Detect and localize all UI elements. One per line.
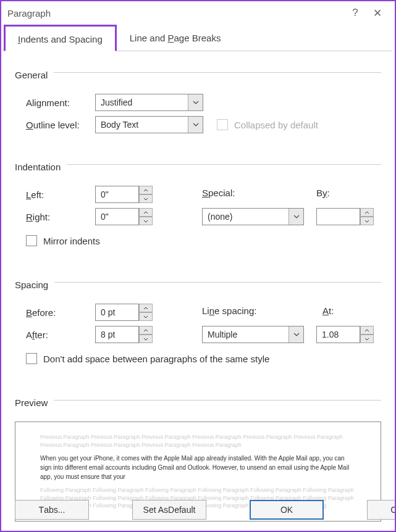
tabs-button[interactable]: Tabs...	[15, 500, 89, 520]
left-label: Left:	[26, 189, 95, 200]
line-spacing-combo[interactable]: Multiple	[202, 326, 304, 343]
mirror-label: Mirror indents	[43, 236, 100, 246]
help-button[interactable]: ?	[344, 7, 366, 19]
after-label: After:	[26, 330, 95, 340]
outline-combo[interactable]: Body Text	[95, 116, 203, 133]
tab-line-page-breaks[interactable]: Line and Page Breaks	[117, 25, 234, 51]
dont-add-label: Don't add space between paragraphs of th…	[43, 354, 269, 364]
chevron-down-icon[interactable]	[188, 94, 203, 110]
titlebar: Paragraph ? ✕	[1, 1, 395, 25]
right-spinner[interactable]: 0"	[95, 208, 153, 225]
spinner-down-icon[interactable]	[139, 335, 153, 343]
preview-ghost-before: Previous Paragraph Previous Paragraph Pr…	[40, 433, 356, 449]
button-row: Tabs... Set As Default OK Cancel	[1, 494, 395, 526]
close-button[interactable]: ✕	[366, 7, 389, 20]
by-label: By:	[316, 188, 330, 198]
spinner-down-icon[interactable]	[139, 217, 153, 225]
alignment-label: Alignment:	[26, 98, 95, 108]
spinner-down-icon[interactable]	[139, 312, 153, 321]
mirror-checkbox[interactable]	[26, 235, 37, 246]
spinner-up-icon[interactable]	[139, 326, 153, 335]
spacing-heading: Spacing	[15, 280, 48, 290]
spinner-down-icon[interactable]	[360, 335, 374, 343]
special-label: Special:	[202, 188, 310, 198]
at-spinner[interactable]: 1.08	[316, 326, 374, 343]
line-spacing-label: Line spacing:	[202, 305, 310, 316]
before-label: Before:	[26, 307, 95, 318]
preview-sample-text: When you get your iPhone, it comes with …	[40, 454, 356, 481]
at-label: At:	[322, 305, 334, 316]
indentation-heading: Indentation	[15, 162, 61, 172]
collapsed-checkbox	[217, 119, 228, 130]
window-title: Paragraph	[7, 8, 344, 19]
collapsed-label: Collapsed by default	[234, 120, 318, 130]
right-label: Right:	[26, 212, 95, 222]
chevron-down-icon[interactable]	[289, 209, 303, 225]
before-spinner[interactable]: 0 pt	[95, 304, 153, 321]
tab-indents-spacing[interactable]: Indents and Spacing	[4, 25, 117, 51]
after-spinner[interactable]: 8 pt	[95, 326, 153, 343]
spinner-down-icon[interactable]	[360, 217, 374, 225]
preview-heading: Preview	[15, 397, 48, 408]
spinner-up-icon[interactable]	[139, 186, 153, 194]
dont-add-checkbox[interactable]	[26, 353, 37, 364]
spinner-up-icon[interactable]	[360, 326, 374, 335]
general-heading: General	[15, 70, 48, 80]
set-default-button[interactable]: Set As Default	[132, 500, 206, 520]
spinner-up-icon[interactable]	[139, 304, 153, 312]
special-combo[interactable]: (none)	[202, 208, 304, 225]
alignment-combo[interactable]: Justified	[95, 94, 203, 111]
outline-label: Outline level:	[26, 120, 95, 130]
spinner-up-icon[interactable]	[360, 208, 374, 217]
ok-button[interactable]: OK	[250, 500, 324, 520]
chevron-down-icon[interactable]	[289, 326, 303, 343]
tab-bar: Indents and Spacing Line and Page Breaks	[4, 25, 392, 51]
cancel-button[interactable]: Cancel	[367, 500, 396, 520]
spinner-up-icon[interactable]	[139, 208, 153, 217]
spinner-down-icon[interactable]	[139, 194, 153, 203]
left-spinner[interactable]: 0"	[95, 186, 153, 203]
by-spinner[interactable]	[316, 208, 374, 225]
chevron-down-icon[interactable]	[188, 117, 203, 133]
